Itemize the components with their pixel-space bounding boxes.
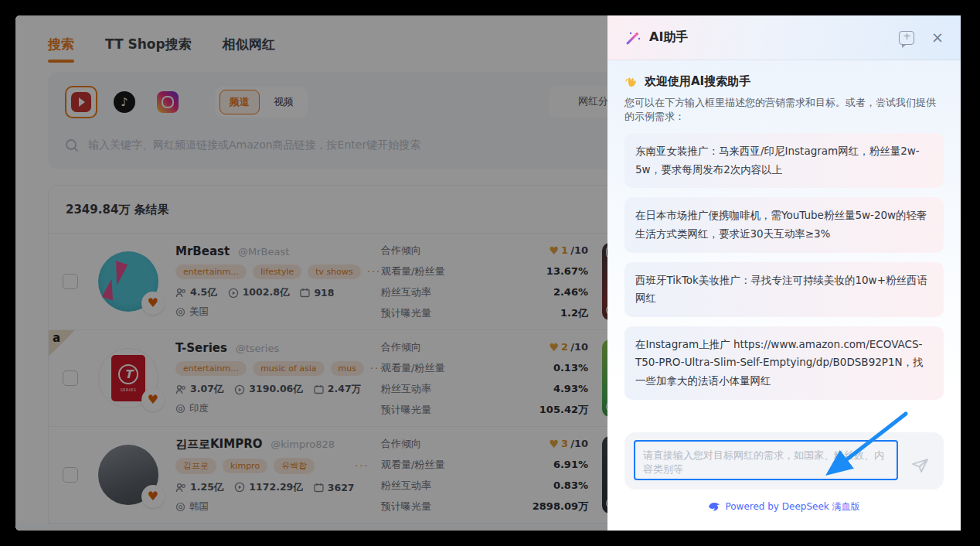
ai-panel-title: AI助手 xyxy=(649,29,688,46)
example-prompt[interactable]: 在Instagram上推广 https://www.amazon.com/ECO… xyxy=(624,326,944,400)
welcome-title: 欢迎使用AI搜索助手 xyxy=(645,74,750,89)
ai-panel-body: 欢迎使用AI搜索助手 您可以在下方输入框里描述您的营销需求和目标。或者，尝试我们… xyxy=(607,60,961,531)
app-window: 搜索 TT Shop搜索 相似网红 ♪ 频道 xyxy=(15,15,961,531)
send-button[interactable] xyxy=(911,457,930,477)
ai-requirement-input[interactable] xyxy=(634,440,898,480)
deepseek-whale-icon xyxy=(708,502,720,512)
paper-plane-icon xyxy=(911,457,930,474)
ai-panel-footer: Powered by DeepSeek 满血版 xyxy=(624,490,944,520)
welcome-description: 您可以在下方输入框里描述您的营销需求和目标。或者，尝试我们提供的示例需求： xyxy=(624,96,944,124)
close-icon[interactable]: × xyxy=(931,30,944,45)
magic-wand-icon xyxy=(624,29,641,46)
powered-by-text: Powered by DeepSeek 满血版 xyxy=(725,500,859,514)
ai-panel-header: AI助手 × xyxy=(607,15,961,60)
ai-input-container xyxy=(624,432,944,490)
feedback-icon[interactable] xyxy=(899,31,914,45)
waving-hand-icon xyxy=(624,75,638,89)
modal-backdrop[interactable] xyxy=(15,15,607,531)
example-prompt[interactable]: 东南亚女装推广：马来西亚/印尼Instagram网红，粉丝量2w-5w，要求每周… xyxy=(624,133,944,188)
main-content: 搜索 TT Shop搜索 相似网红 ♪ 频道 xyxy=(15,15,607,531)
ai-assistant-panel: AI助手 × 欢迎使用AI搜索助手 您可以在下方输入框里描述您的营销需求和目标。… xyxy=(607,15,961,531)
example-prompt[interactable]: 在日本市场推广便携咖啡机，需YouTube粉丝量5w-20w的轻奢生活方式类网红… xyxy=(624,197,944,252)
example-prompt[interactable]: 西班牙TikTok美妆推广：寻找专注可持续美妆的10w+粉丝西语网红 xyxy=(624,262,944,317)
